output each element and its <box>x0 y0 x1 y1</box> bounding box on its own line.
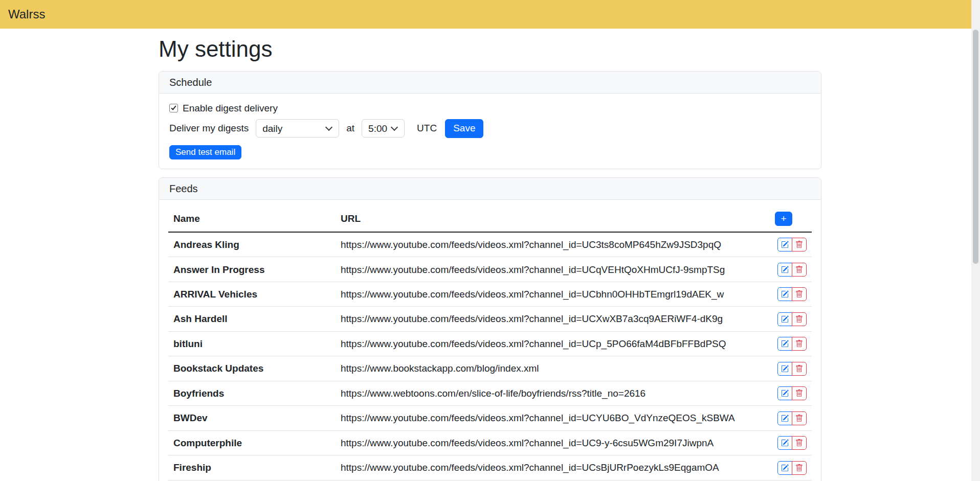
scrollbar-thumb[interactable] <box>973 30 978 264</box>
delete-feed-button[interactable] <box>792 362 807 376</box>
delete-feed-button[interactable] <box>792 411 807 425</box>
schedule-card-body: Enable digest delivery Deliver my digest… <box>159 94 821 169</box>
edit-feed-button[interactable] <box>777 362 792 376</box>
table-row: Andreas Kling https://www.youtube.com/fe… <box>168 232 812 257</box>
feeds-card-body: Name URL + Andreas Kling https://www.you… <box>159 200 821 481</box>
table-row: Boyfriends https://www.webtoons.com/en/s… <box>168 381 812 405</box>
trash-icon <box>795 266 803 273</box>
navbar: Walrss <box>0 0 980 29</box>
delete-feed-button[interactable] <box>792 312 807 326</box>
table-row: Answer In Progress https://www.youtube.c… <box>168 257 812 282</box>
feed-actions <box>761 257 812 282</box>
feed-name: Answer In Progress <box>168 257 336 282</box>
feed-url: https://www.youtube.com/feeds/videos.xml… <box>336 455 761 480</box>
feed-url: https://www.youtube.com/feeds/videos.xml… <box>336 430 761 455</box>
table-row: Computerphile https://www.youtube.com/fe… <box>168 430 812 455</box>
trash-icon <box>795 439 803 447</box>
feed-url: https://www.bookstackapp.com/blog/index.… <box>336 356 761 381</box>
feeds-table-head: Name URL + <box>168 206 812 232</box>
delete-feed-button[interactable] <box>792 461 807 475</box>
pencil-square-icon <box>781 365 789 373</box>
feeds-table: Name URL + Andreas Kling https://www.you… <box>168 206 812 481</box>
check-mark-icon <box>171 105 176 110</box>
feeds-card-header: Feeds <box>159 178 821 200</box>
delete-feed-button[interactable] <box>792 386 807 400</box>
schedule-form-row: Deliver my digests daily at 5:00 UTC Sav… <box>169 119 811 138</box>
edit-feed-button[interactable] <box>777 411 792 425</box>
at-label: at <box>346 123 354 134</box>
edit-feed-button[interactable] <box>777 263 792 277</box>
frequency-select[interactable]: daily <box>256 119 339 138</box>
save-button[interactable]: Save <box>445 119 483 138</box>
trash-icon <box>795 464 803 472</box>
add-feed-button[interactable]: + <box>775 212 792 226</box>
edit-feed-button[interactable] <box>777 461 792 475</box>
column-header-url: URL <box>336 206 761 232</box>
feed-actions <box>761 455 812 480</box>
feed-name: bitluni <box>168 331 336 356</box>
feed-name: Boyfriends <box>168 381 336 405</box>
edit-feed-button[interactable] <box>777 287 792 301</box>
pencil-square-icon <box>781 290 789 298</box>
edit-feed-button[interactable] <box>777 312 792 326</box>
feed-url: https://www.youtube.com/feeds/videos.xml… <box>336 406 761 430</box>
pencil-square-icon <box>781 439 789 447</box>
table-row: Ash Hardell https://www.youtube.com/feed… <box>168 307 812 331</box>
time-select-wrap: 5:00 <box>362 119 405 138</box>
delete-feed-button[interactable] <box>792 436 807 450</box>
navbar-brand[interactable]: Walrss <box>8 7 45 21</box>
delete-feed-button[interactable] <box>792 238 807 251</box>
pencil-square-icon <box>781 266 789 273</box>
trash-icon <box>795 365 803 373</box>
feed-actions <box>761 381 812 405</box>
feed-actions <box>761 406 812 430</box>
enable-digest-row[interactable]: Enable digest delivery <box>169 103 811 114</box>
trash-icon <box>795 290 803 298</box>
feed-name: Andreas Kling <box>168 232 336 257</box>
feed-name: Fireship <box>168 455 336 480</box>
edit-feed-button[interactable] <box>777 386 792 400</box>
feed-url: https://www.youtube.com/feeds/videos.xml… <box>336 232 761 257</box>
scrollbar[interactable] <box>971 0 980 481</box>
column-header-actions: + <box>761 206 812 232</box>
delete-feed-button[interactable] <box>792 287 807 301</box>
enable-digest-label: Enable digest delivery <box>183 103 278 114</box>
edit-feed-button[interactable] <box>777 436 792 450</box>
schedule-card-header: Schedule <box>159 72 821 94</box>
timezone-label: UTC <box>417 123 437 134</box>
edit-feed-button[interactable] <box>777 337 792 351</box>
pencil-square-icon <box>781 415 789 422</box>
schedule-card: Schedule Enable digest delivery Deliver … <box>159 71 821 169</box>
trash-icon <box>795 315 803 323</box>
feed-actions <box>761 430 812 455</box>
pencil-square-icon <box>781 340 789 348</box>
time-select[interactable]: 5:00 <box>362 119 405 138</box>
feed-name: BWDev <box>168 406 336 430</box>
feed-url: https://www.youtube.com/feeds/videos.xml… <box>336 307 761 331</box>
deliver-label: Deliver my digests <box>169 123 249 134</box>
pencil-square-icon <box>781 241 789 248</box>
feeds-card: Feeds Name URL + Andreas Kli <box>159 177 821 481</box>
delete-feed-button[interactable] <box>792 337 807 351</box>
feed-url: https://www.youtube.com/feeds/videos.xml… <box>336 282 761 306</box>
pencil-square-icon <box>781 390 789 397</box>
feed-name: Ash Hardell <box>168 307 336 331</box>
feed-url: https://www.youtube.com/feeds/videos.xml… <box>336 257 761 282</box>
trash-icon <box>795 340 803 348</box>
send-test-email-button[interactable]: Send test email <box>169 145 241 159</box>
page-title: My settings <box>159 36 821 63</box>
pencil-square-icon <box>781 315 789 323</box>
edit-feed-button[interactable] <box>777 238 792 251</box>
pencil-square-icon <box>781 464 789 472</box>
feed-name: Computerphile <box>168 430 336 455</box>
feed-actions <box>761 282 812 306</box>
enable-digest-checkbox[interactable] <box>169 104 178 112</box>
feed-actions <box>761 356 812 381</box>
feed-actions <box>761 307 812 331</box>
table-row: Fireship https://www.youtube.com/feeds/v… <box>168 455 812 480</box>
trash-icon <box>795 415 803 422</box>
table-row: ARRIVAL Vehicles https://www.youtube.com… <box>168 282 812 306</box>
feed-name: Bookstack Updates <box>168 356 336 381</box>
delete-feed-button[interactable] <box>792 263 807 277</box>
table-row: Bookstack Updates https://www.bookstacka… <box>168 356 812 381</box>
